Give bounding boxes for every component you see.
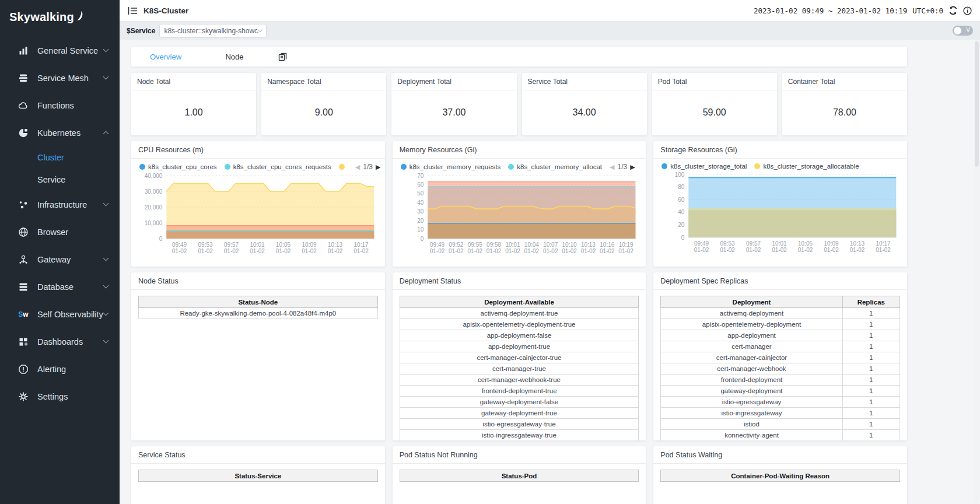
- table-cell: 1: [842, 319, 900, 330]
- scrollbar-thumb[interactable]: [975, 41, 979, 167]
- table-cell: 1: [842, 363, 900, 374]
- legend-item[interactable]: k8s_cluster_cpu_cores_requests: [225, 163, 331, 170]
- chevron-down-icon: [258, 27, 262, 32]
- table-column-header: Container-Pod-Waiting Reason: [661, 470, 900, 482]
- table-cell: frontend-deployment: [661, 374, 842, 386]
- table-panel-title: Node Status: [131, 272, 385, 290]
- legend-next-icon[interactable]: ▶: [630, 163, 635, 171]
- tab-node[interactable]: Node: [200, 52, 269, 61]
- sidebar-item-service-mesh[interactable]: Service Mesh: [0, 64, 120, 92]
- tab-overview[interactable]: Overview: [131, 52, 200, 61]
- table-row: cert-manager1: [661, 341, 900, 352]
- info-icon[interactable]: [963, 6, 972, 15]
- svg-text:100: 100: [675, 172, 685, 178]
- svg-text:10:0501-02: 10:0501-02: [798, 240, 813, 253]
- svg-text:20: 20: [678, 222, 685, 228]
- svg-text:09:5801-02: 09:5801-02: [486, 242, 501, 254]
- sidebar-item-settings[interactable]: Settings: [0, 383, 120, 410]
- collapse-sidebar-icon[interactable]: [128, 6, 138, 15]
- tab-copy-icon[interactable]: [278, 52, 287, 61]
- legend-dot-icon: [339, 164, 345, 170]
- sidebar-item-gateway[interactable]: Gateway: [0, 246, 120, 273]
- chevron-down-icon: [103, 74, 109, 80]
- svg-text:60: 60: [417, 181, 424, 188]
- legend-item[interactable]: [339, 164, 348, 170]
- table-cell: 1: [842, 308, 900, 319]
- sidebar-item-functions[interactable]: Functions: [0, 92, 120, 119]
- legend-label: k8s_cluster_cpu_cores_requests: [233, 163, 331, 170]
- svg-text:0: 0: [420, 236, 424, 242]
- view-toggle[interactable]: V: [953, 26, 973, 36]
- sidebar-item-general-service[interactable]: General Service: [0, 37, 120, 64]
- sidebar-item-browser[interactable]: Browser: [0, 218, 120, 246]
- legend-label: k8s_cluster_storage_total: [670, 163, 747, 170]
- legend-pager: ◀1/3▶: [355, 163, 381, 171]
- area-chart-canvas[interactable]: 010,00020,00030,00040,00009:4901-0209:53…: [131, 172, 385, 261]
- table-row: Ready-gke-skywalking-demo-pool-4-082a48f…: [139, 308, 378, 319]
- svg-text:09:4901-02: 09:4901-02: [429, 242, 444, 254]
- svg-text:40,000: 40,000: [145, 173, 163, 179]
- charts-row: CPU Resources (m)k8s_cluster_cpu_coresk8…: [131, 141, 907, 267]
- sidebar-item-kubernetes[interactable]: Kubernetes: [0, 119, 120, 146]
- sidebar-item-alerting[interactable]: Alerting: [0, 355, 120, 383]
- chart-panel-title: Memory Resources (Gi): [393, 141, 646, 159]
- stat-card-value: 9.00: [261, 90, 386, 135]
- legend-item[interactable]: k8s_cluster_storage_total: [662, 163, 747, 170]
- stat-card-value: 78.00: [782, 90, 907, 135]
- table-row: istiod1: [661, 419, 900, 430]
- table-cell: cert-manager-webhook-true: [400, 374, 639, 386]
- legend-item[interactable]: k8s_cluster_memory_allocat: [508, 163, 602, 170]
- table-header-row: Container-Pod-Waiting Reason: [661, 470, 900, 482]
- time-range[interactable]: 2023-01-02 09:49 ~ 2023-01-02 10:19: [754, 6, 907, 15]
- legend-page-indicator: 1/3: [617, 163, 627, 171]
- table-cell: istiod: [661, 419, 842, 430]
- svg-text:20,000: 20,000: [145, 204, 163, 211]
- tabbar: Overview Node: [131, 47, 907, 66]
- sidebar-item-infrastructure[interactable]: Infrastructure: [0, 191, 120, 218]
- stat-card-title: Namespace Total: [261, 73, 386, 90]
- svg-text:10:0101-02: 10:0101-02: [505, 242, 520, 254]
- area-chart-canvas[interactable]: 02040608010009:4901-0209:5301-0209:5701-…: [653, 171, 907, 260]
- sidebar-item-label: Cluster: [37, 153, 104, 162]
- sidebar-item-service[interactable]: Service: [0, 169, 120, 191]
- chevron-down-icon: [103, 283, 109, 289]
- svg-text:50: 50: [417, 190, 424, 197]
- table-panel-title: Deployment Spec Replicas: [653, 272, 907, 290]
- sidebar-item-label: Service: [37, 175, 104, 184]
- sidebar-item-dashboards[interactable]: Dashboards: [0, 328, 120, 355]
- legend-prev-icon[interactable]: ◀: [610, 163, 614, 171]
- table-row: gateway-deployment-true: [400, 408, 639, 419]
- svg-text:40: 40: [678, 209, 685, 215]
- legend-prev-icon[interactable]: ◀: [355, 163, 360, 171]
- sidebar-item-database[interactable]: Database: [0, 273, 120, 300]
- sidebar-item-self-observability[interactable]: SwSelf Observability: [0, 300, 120, 328]
- svg-text:10:1901-02: 10:1901-02: [618, 242, 634, 254]
- kubernetes-icon: [18, 127, 29, 139]
- svg-text:80: 80: [678, 184, 685, 190]
- table-cell: cert-manager: [661, 341, 842, 352]
- refresh-icon[interactable]: [949, 6, 958, 15]
- area-chart-canvas[interactable]: 01020304050607009:4901-0209:5201-0209:55…: [393, 172, 646, 261]
- data-table: Deployment-Availableactivemq-deployment-…: [400, 296, 639, 440]
- chart-panel: Storage Resources (Gi)k8s_cluster_storag…: [653, 141, 907, 267]
- legend-dot-icon: [401, 164, 407, 170]
- legend-item[interactable]: k8s_cluster_storage_allocatable: [754, 163, 859, 170]
- vertical-scrollbar: [974, 40, 979, 503]
- legend-item[interactable]: k8s_cluster_cpu_cores: [139, 163, 217, 170]
- timezone: UTC+0:0: [912, 6, 943, 15]
- stat-card-title: Pod Total: [652, 73, 777, 90]
- sidebar-item-label: Functions: [37, 101, 104, 110]
- legend-dot-icon: [508, 164, 514, 170]
- sidebar-item-cluster[interactable]: Cluster: [0, 146, 120, 169]
- gateway-icon: [18, 254, 29, 265]
- legend-item[interactable]: k8s_cluster_memory_requests: [401, 163, 501, 170]
- svg-text:10:0401-02: 10:0401-02: [524, 242, 539, 254]
- table-row: apisix-opentelemetry-deployment-true: [400, 319, 639, 330]
- legend-next-icon[interactable]: ▶: [376, 163, 380, 171]
- legend-page-indicator: 1/3: [363, 163, 373, 171]
- sw-icon-text: Sw: [18, 311, 28, 318]
- service-select[interactable]: k8s-cluster::skywalking-showca: [159, 24, 267, 38]
- legend-label: k8s_cluster_cpu_cores: [148, 163, 217, 170]
- table-cell: cert-manager-cainjector: [661, 352, 842, 363]
- chart-panel-title: Storage Resources (Gi): [653, 141, 907, 159]
